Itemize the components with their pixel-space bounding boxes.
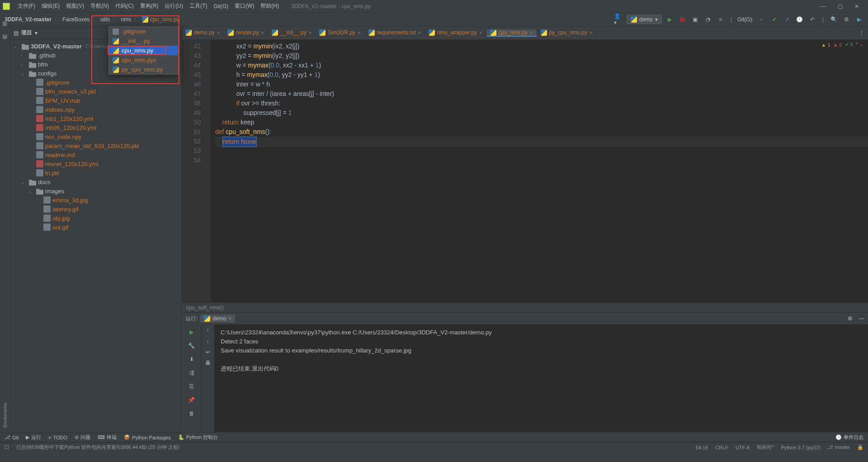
tree-item[interactable]: readme.md — [10, 150, 181, 159]
user-icon[interactable]: 👤▾ — [614, 15, 623, 24]
menu-navigate[interactable]: 导航(N) — [87, 2, 112, 10]
profile-button-icon[interactable]: ◔ — [703, 15, 712, 24]
popup-item[interactable]: .gitignore — [109, 27, 178, 36]
menu-code[interactable]: 代码(C) — [112, 2, 137, 10]
tree-item[interactable]: bfm_noneck_v3.pkl — [10, 87, 181, 96]
project-tree[interactable]: ⌄ 3DDFA_V2-master C:\Users\23324\...\V2-… — [10, 40, 181, 432]
popup-item[interactable]: py_cpu_nms.py — [109, 65, 178, 74]
git-update-icon[interactable]: ✓ — [757, 15, 766, 24]
ok-icon[interactable]: ✔ 5 — [845, 42, 853, 48]
tool-todo[interactable]: ≡ TODO — [48, 435, 67, 440]
editor-tab[interactable]: py_cpu_nms.py× — [537, 29, 596, 36]
run-tab-demo[interactable]: demo × — [200, 314, 235, 323]
settings-icon[interactable]: ⚙ — [842, 15, 851, 24]
nav-arrows-icon[interactable]: ^ ⌄ — [856, 42, 863, 48]
window-maximize-icon[interactable]: ▢ — [838, 3, 843, 10]
warning-icon[interactable]: ▲ 1 — [821, 42, 830, 48]
tool-terminal[interactable]: ⌨ 终端 — [98, 434, 117, 441]
bookmarks-tool-button[interactable]: Bookmarks — [2, 403, 8, 428]
run-trash-icon[interactable]: 🗑 — [187, 409, 197, 419]
current-function[interactable]: cpu_soft_nms() — [186, 305, 224, 311]
breadcrumb-popup[interactable]: .gitignore__init__.pycpu_nms.pycpu_nms.p… — [108, 26, 179, 75]
code-editor[interactable]: 42434445464748495051525354 xx2 = mymin(i… — [182, 40, 868, 302]
git-revert-icon[interactable]: ↶ — [808, 15, 817, 24]
tool-event-log[interactable]: 🕓 事件日志 — [835, 434, 863, 441]
menu-run[interactable]: 运行(U) — [161, 2, 186, 10]
git-commit-icon[interactable]: ✔ — [770, 15, 779, 24]
close-icon[interactable]: × — [530, 30, 533, 35]
tree-item[interactable]: emma_3d.jpg — [10, 195, 181, 205]
inspection-badges[interactable]: ▲ 1 ▲ 6 ✔ 5 ^ ⌄ — [821, 42, 863, 48]
window-close-icon[interactable]: ✕ — [854, 3, 859, 10]
git-branch[interactable]: ⎇ master — [827, 444, 850, 450]
popup-item[interactable]: cpu_nms.pyx — [109, 55, 178, 65]
soft-wrap-icon[interactable]: ↩ — [206, 349, 210, 355]
tree-item[interactable]: BFM_UV.mat — [10, 96, 181, 105]
git-history-icon[interactable]: 🕘 — [795, 15, 804, 24]
lock-icon[interactable]: 🔒 — [857, 444, 863, 450]
close-icon[interactable]: × — [309, 30, 311, 35]
close-icon[interactable]: × — [590, 30, 592, 35]
window-minimize-icon[interactable]: — — [821, 3, 826, 10]
tree-item[interactable]: ⌄images — [10, 186, 181, 195]
code-content[interactable]: xx2 = mymin(ix2, x2[j]) yy2 = mymin(iy2,… — [211, 40, 868, 302]
menu-tools[interactable]: 工具(T) — [186, 2, 210, 10]
error-icon[interactable]: ▲ 6 — [833, 42, 842, 48]
editor-tabs-menu-icon[interactable]: ⋮ — [855, 30, 868, 36]
tool-python-console[interactable]: 🐍 Python 控制台 — [178, 434, 218, 441]
tree-item[interactable]: tri.pkl — [10, 168, 181, 177]
stop-button-icon[interactable]: ■ — [716, 15, 725, 24]
coverage-button-icon[interactable]: ▣ — [691, 15, 700, 24]
run-output[interactable]: C:\Users\23324\anaconda3\envs\py37\pytho… — [214, 324, 868, 432]
tree-item[interactable]: indices.npy — [10, 105, 181, 114]
file-encoding[interactable]: UTF-8 — [736, 445, 750, 450]
editor-tab[interactable]: requirements.txt× — [365, 29, 425, 36]
print-icon[interactable]: 🖶 — [205, 360, 211, 366]
tree-item[interactable]: mb1_120x120.yml — [10, 114, 181, 123]
run-pin-icon[interactable]: 📌 — [187, 395, 197, 405]
menu-edit[interactable]: 编辑(E) — [38, 2, 63, 10]
run-layout-icon[interactable]: ⇶ — [187, 368, 197, 378]
close-icon[interactable]: × — [358, 30, 360, 35]
crumb-2[interactable]: utils — [100, 16, 110, 23]
run-settings-icon[interactable]: ⚙ — [848, 315, 853, 322]
editor-tab[interactable]: nms_wrapper.py× — [425, 29, 486, 36]
run-down-icon[interactable]: ⬇ — [187, 354, 197, 364]
tree-item[interactable]: .gitignore — [10, 78, 181, 87]
scroll-to-top-icon[interactable]: ↑ — [207, 327, 209, 333]
cursor-position[interactable]: 54:16 — [696, 445, 708, 450]
line-separator[interactable]: CRLF — [715, 445, 728, 450]
tree-item[interactable]: latency.gif — [10, 205, 181, 214]
git-push-icon[interactable]: ↗ — [783, 15, 792, 24]
tree-item[interactable]: ncc_code.npy — [10, 132, 181, 141]
tree-item[interactable]: ⌄docs — [10, 177, 181, 186]
tool-git[interactable]: ⎇ Git — [5, 434, 19, 440]
menu-file[interactable]: 文件(F) — [14, 2, 38, 10]
project-view-dropdown-icon[interactable]: ▾ — [35, 30, 38, 36]
close-icon[interactable]: × — [217, 30, 220, 35]
crumb-current[interactable]: cpu_nms.py — [150, 16, 179, 23]
run-hide-icon[interactable]: — — [859, 315, 864, 322]
scroll-to-bottom-icon[interactable]: ↓ — [207, 338, 209, 344]
indent-style[interactable]: 制表符* — [757, 444, 774, 451]
crumb-3[interactable]: nms — [121, 16, 131, 23]
popup-item[interactable]: __init__.py — [109, 36, 178, 46]
close-icon[interactable]: × — [228, 315, 231, 322]
menu-refactor[interactable]: 重构(R) — [137, 2, 162, 10]
tree-item[interactable]: param_mean_std_62d_120x120.pkl — [10, 141, 181, 150]
ide-features-icon[interactable]: ▶ — [854, 15, 863, 24]
editor-tab[interactable]: __init__.py× — [268, 29, 316, 36]
menu-help[interactable]: 帮助(H) — [257, 2, 282, 10]
run-button-icon[interactable]: ▶ — [665, 15, 675, 24]
search-icon[interactable]: 🔍 — [829, 15, 838, 24]
debug-button-icon[interactable]: 🐞 — [678, 15, 687, 24]
editor-tab[interactable]: Sim3DR.py× — [316, 29, 364, 36]
crumb-1[interactable]: FaceBoxes — [62, 16, 90, 23]
tool-python-packages[interactable]: 📦 Python Packages — [124, 434, 171, 440]
tool-run[interactable]: ▶ 运行 — [26, 434, 41, 441]
tree-item[interactable]: obj.jpg — [10, 214, 181, 223]
tool-problems[interactable]: ⊘ 问题 — [75, 434, 90, 441]
menu-window[interactable]: 窗口(W) — [231, 2, 257, 10]
tree-item[interactable]: resnet_120x120.yml — [10, 159, 181, 168]
menu-view[interactable]: 视图(V) — [63, 2, 87, 10]
